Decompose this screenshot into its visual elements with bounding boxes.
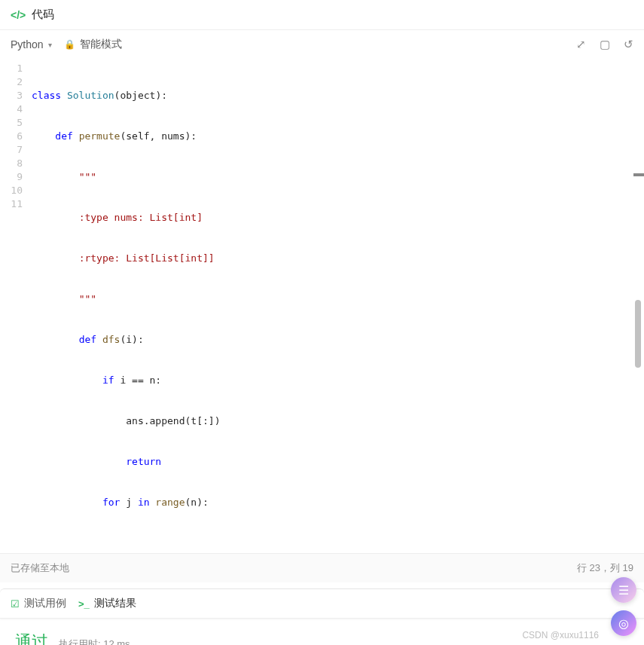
line-number: 10 <box>0 184 23 197</box>
assistant-button[interactable]: ◎ <box>611 610 636 636</box>
minimap-handle[interactable] <box>633 173 644 176</box>
line-number: 4 <box>0 102 23 116</box>
chevron-down-icon: ▾ <box>48 41 52 49</box>
language-selector[interactable]: Python ▾ <box>11 38 52 50</box>
translate-button[interactable]: ☰ <box>611 577 636 603</box>
save-status: 已存储至本地 <box>11 561 69 575</box>
expand-icon[interactable]: ⤢ <box>576 38 586 51</box>
pass-label: 通过 <box>15 631 48 645</box>
mode-indicator[interactable]: 🔒 智能模式 <box>64 38 122 51</box>
code-icon: </> <box>11 9 26 21</box>
terminal-icon: >_ <box>78 598 90 610</box>
tab-results[interactable]: >_ 测试结果 <box>78 597 136 610</box>
line-number: 1 <box>0 62 23 75</box>
lock-icon: 🔒 <box>64 39 75 50</box>
header-title: 代码 <box>32 8 54 22</box>
tab-label: 测试用例 <box>24 597 66 610</box>
line-number: 6 <box>0 130 23 143</box>
line-number: 2 <box>0 75 23 89</box>
toolbar-right: ⤢ ▢ ↺ <box>576 38 633 51</box>
line-number: 8 <box>0 157 23 170</box>
reset-icon[interactable]: ↺ <box>624 38 633 51</box>
toolbar-left: Python ▾ 🔒 智能模式 <box>11 38 122 51</box>
mode-label: 智能模式 <box>80 38 122 51</box>
language-label: Python <box>11 38 44 50</box>
code-area[interactable]: class Solution(object): def permute(self… <box>32 62 644 550</box>
line-number: 9 <box>0 170 23 184</box>
watermark: CSDN @xuxu1116 <box>522 630 599 640</box>
scrollbar-thumb[interactable] <box>635 300 641 368</box>
line-gutter: 1 2 3 4 5 6 7 8 9 10 11 <box>0 62 32 550</box>
cursor-position: 行 23，列 19 <box>577 561 633 575</box>
result-tabs: ☑ 测试用例 >_ 测试结果 <box>0 588 644 619</box>
status-bar: 已存储至本地 行 23，列 19 <box>0 553 644 582</box>
tab-testcases[interactable]: ☑ 测试用例 <box>11 597 66 610</box>
line-number: 5 <box>0 116 23 130</box>
check-icon: ☑ <box>11 598 20 610</box>
tab-label: 测试结果 <box>94 597 136 610</box>
line-number: 11 <box>0 197 23 211</box>
line-number: 7 <box>0 143 23 157</box>
line-number: 3 <box>0 89 23 102</box>
code-editor[interactable]: 1 2 3 4 5 6 7 8 9 10 11 class Solution(o… <box>0 59 644 553</box>
bookmark-icon[interactable]: ▢ <box>600 38 610 51</box>
runtime-label: 执行用时: 12 ms <box>59 637 130 645</box>
editor-header: </> 代码 <box>0 0 644 30</box>
editor-toolbar: Python ▾ 🔒 智能模式 ⤢ ▢ ↺ <box>0 30 644 59</box>
